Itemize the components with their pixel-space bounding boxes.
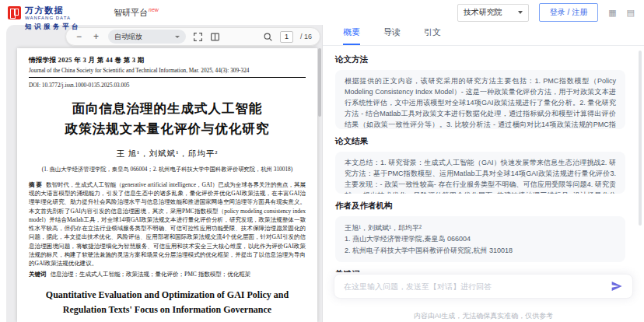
paper-keywords-cn: 关键词信息治理；生成式人工智能；政策法规；量化评价；PMC 指数模型；优化框架 <box>29 271 306 278</box>
header-right-controls: 技术研究院 登录 / 注册 ▦ ▤ <box>457 3 635 22</box>
wanfang-logo-icon <box>8 6 21 19</box>
chevron-down-icon <box>518 11 523 14</box>
paper-title-en: Quantitative Evaluation and Optimization… <box>29 288 306 317</box>
panel-tabs: 概要 导读 引文 <box>323 25 644 46</box>
affiliation-line-1: 1. 燕山大学经济管理学院,秦皇岛 066004 <box>345 233 616 244</box>
page-number-input[interactable] <box>280 31 293 43</box>
ai-disclaimer: 内容由AI生成，无法确保真实准确，仅供参考 <box>323 308 644 322</box>
question-input-area <box>323 272 644 308</box>
send-button[interactable] <box>611 280 623 292</box>
wanfang-logo[interactable]: 万方数据 WANFANG DATA 知识服务平台 <box>8 6 100 32</box>
question-input[interactable] <box>344 282 604 291</box>
new-badge: new <box>149 7 159 12</box>
doi-line: DOI: 10.3772/j.issn.1000-0135.2025.03.00… <box>29 82 306 89</box>
layout-icon[interactable]: ▤ <box>627 9 635 17</box>
section-title-method: 论文方法 <box>335 54 625 65</box>
chevron-down-icon <box>175 36 180 38</box>
page-total-label: / 16 <box>300 33 312 40</box>
abstract-label-cn: 摘 要 <box>29 181 42 188</box>
pdf-page: 情报学报 2025 年 3 月 第 44 卷 第 3 期 Journal of … <box>17 48 317 322</box>
tab-guide[interactable]: 导读 <box>383 26 401 45</box>
zoom-mode-select[interactable]: 自动缩放 <box>108 30 186 44</box>
organization-select[interactable]: 技术研究院 <box>457 4 529 22</box>
journal-title-cn: 情报学报 2025 年 3 月 第 44 卷 第 3 期 <box>29 56 306 65</box>
logo-texts: 万方数据 WANFANG DATA 知识服务平台 <box>25 6 81 32</box>
brand-name-en: WANFANG DATA <box>25 16 81 20</box>
section-title-authors: 作者及作者机构 <box>335 201 625 212</box>
journal-title-en: Journal of the China Society for Scienti… <box>29 67 306 74</box>
section-card-method: 根据提供的正文内容，该研究采用的研究方法主要包括：1. PMC指数模型（Poli… <box>335 70 625 129</box>
zoom-out-button[interactable]: − <box>74 32 84 41</box>
brand-subtitle: 知识服务平台 <box>25 23 81 32</box>
grid-icon[interactable]: ▦ <box>608 9 616 17</box>
organization-select-value: 技术研究院 <box>464 7 502 18</box>
pdf-toolbar: − + 自动缩放 / 16 <box>65 27 320 46</box>
main-content: − + 自动缩放 / 16 情报学报 2025 年 <box>0 25 644 322</box>
paper-abstract-cn: 摘 要数智时代，生成式人工智能（generative artificial in… <box>29 180 306 268</box>
nav-item-zhiyan-platform[interactable]: 智研平台new <box>114 7 159 19</box>
section-card-result: 本文总结：1. 研究背景：生成式人工智能（GAI）快速发展带来信息生态治理挑战2… <box>335 152 625 194</box>
section-card-authors: 王旭¹，刘斌斌¹，邱均平² 1. 燕山大学经济管理学院,秦皇岛 066004 2… <box>335 216 625 262</box>
pdf-viewer: − + 自动缩放 / 16 情报学报 2025 年 <box>0 25 323 322</box>
app-header: 万方数据 WANFANG DATA 知识服务平台 智研平台new 技术研究院 登… <box>0 0 644 25</box>
zoom-in-button[interactable]: + <box>91 32 101 41</box>
two-page-view-icon[interactable] <box>210 32 220 42</box>
keywords-label-cn: 关键词 <box>29 271 47 278</box>
affiliation-line-2: 2. 杭州电子科技大学中国科教评价研究院,杭州 310018 <box>345 245 616 256</box>
brand-name: 万方数据 <box>25 6 81 15</box>
send-icon <box>611 280 623 292</box>
app-window: 万方数据 WANFANG DATA 知识服务平台 智研平台new 技术研究院 登… <box>0 0 644 322</box>
paper-affiliations-cn: (1. 燕山大学经济管理学院，秦皇岛 066004；2. 杭州电子科技大学中国科… <box>29 166 306 173</box>
paper-title-cn: 面向信息治理的生成式人工智能 政策法规文本量化评价与优化研究 <box>29 99 306 140</box>
panel-body: 论文方法 根据提供的正文内容，该研究采用的研究方法主要包括：1. PMC指数模型… <box>323 46 644 272</box>
panel-scrollbar[interactable] <box>639 51 642 275</box>
panel-scrollbar-thumb[interactable] <box>639 51 642 226</box>
header-rule <box>29 77 306 78</box>
question-input-box <box>334 274 633 299</box>
login-register-button[interactable]: 登录 / 注册 <box>539 3 598 22</box>
pdf-scrollbar-thumb[interactable] <box>318 48 321 117</box>
fit-page-icon[interactable] <box>193 32 203 42</box>
authors-line: 王旭¹，刘斌斌¹，邱均平² <box>345 222 616 233</box>
pdf-scrollbar[interactable] <box>318 48 321 319</box>
search-icon[interactable] <box>263 32 273 42</box>
tab-overview[interactable]: 概要 <box>343 26 360 45</box>
zoom-mode-value: 自动缩放 <box>114 32 142 42</box>
section-title-result: 论文结果 <box>335 136 625 147</box>
paper-authors-cn: 王 旭¹，刘斌斌¹，邱均平² <box>29 149 306 159</box>
tab-citations[interactable]: 引文 <box>424 26 441 45</box>
ai-summary-panel: 概要 导读 引文 论文方法 根据提供的正文内容，该研究采用的研究方法主要包括：1… <box>323 25 644 322</box>
